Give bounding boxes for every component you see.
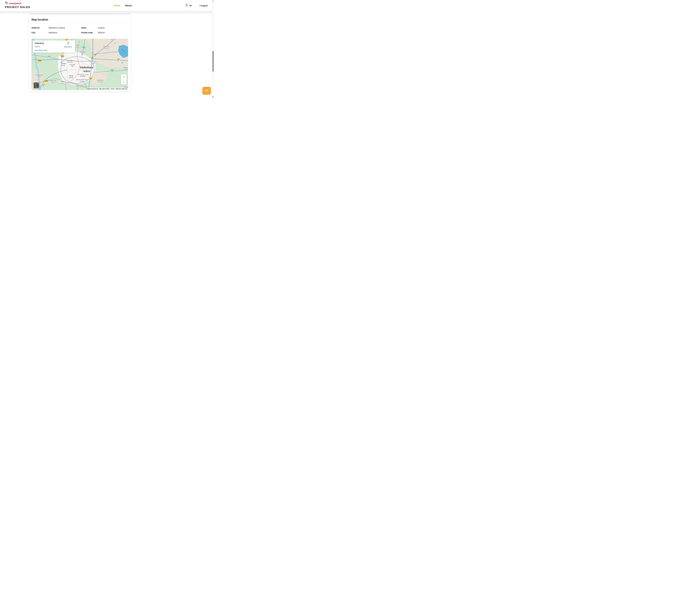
map-location-card: Map location Address Vadodara, Gujarat S…	[29, 15, 131, 92]
user-menu: Hi / Logout	[185, 0, 207, 11]
nav-link[interactable]: Home	[114, 4, 120, 7]
field-value: Vadodara, Gujarat	[48, 26, 81, 29]
google-logo-letter: o	[77, 85, 79, 87]
google-map-embed[interactable]: VadodaraવડોદરાHARNIહરણીGOTRIગોત્રીMANJAL…	[31, 39, 128, 90]
card-title: Map location	[31, 18, 48, 21]
directions-button[interactable]: Directions	[64, 42, 72, 48]
asianpaints-ap-icon	[5, 1, 8, 5]
header: asianpaints PROJECT SALES HomeAbout Hi /…	[0, 0, 214, 11]
google-logo-letter: g	[80, 85, 81, 87]
zoom-out-button[interactable]: −	[121, 80, 127, 85]
page: asianpaints PROJECT SALES HomeAbout Hi /…	[0, 0, 214, 121]
main-nav: HomeAbout	[114, 0, 132, 11]
address-fields: Address Vadodara, Gujarat State Gujarat …	[31, 26, 128, 34]
scroll-to-top-button[interactable]	[203, 87, 211, 94]
satellite-view-toggle[interactable]	[33, 82, 39, 89]
chevron-up-icon	[205, 89, 208, 92]
brand-logo[interactable]: asianpaints PROJECT SALES	[5, 1, 30, 8]
google-logo-letter: e	[82, 85, 83, 87]
user-edit-icon[interactable]	[185, 3, 189, 8]
previous-card-bottom	[29, 11, 131, 13]
field-label: Address	[31, 26, 48, 29]
attribution-link[interactable]: Terms	[110, 88, 115, 90]
field-label: State	[81, 26, 98, 29]
zoom-in-button[interactable]: +	[121, 74, 127, 80]
field-value: Vadodara	[48, 31, 81, 34]
divider	[31, 23, 128, 24]
logout-link[interactable]: / Logout	[200, 4, 207, 7]
scrollbar-up-arrow-icon[interactable]	[212, 1, 214, 1]
view-larger-map-link[interactable]: View larger map	[35, 49, 47, 51]
field-label: Postal code	[81, 31, 98, 34]
field-label: City	[31, 31, 48, 34]
nav-link[interactable]: About	[125, 4, 132, 7]
map-info-card: Vadodara Gujarat View larger map Directi…	[33, 40, 75, 53]
attribution-link[interactable]: Keyboard shortcuts	[85, 88, 98, 90]
google-logo[interactable]: Google	[76, 85, 83, 87]
google-logo-letter: G	[76, 85, 77, 87]
attribution-link[interactable]: Map data ©2025	[98, 88, 110, 90]
user-greeting: Hi	[189, 4, 191, 7]
scrollbar-thumb[interactable]	[212, 51, 214, 72]
field-value: 390016	[98, 31, 128, 34]
brand-name: asianpaints	[9, 2, 21, 5]
vertical-scrollbar[interactable]	[212, 0, 214, 100]
brand-subtitle: PROJECT SALES	[5, 6, 30, 8]
directions-label: Directions	[64, 46, 72, 48]
map-zoom-control: + −	[121, 74, 127, 85]
info-card-title: Vadodara	[35, 42, 44, 44]
attribution-link[interactable]: Report a map error	[115, 88, 128, 90]
scrollbar-down-arrow-icon[interactable]	[212, 97, 214, 98]
map-attribution: Keyboard shortcutsMap data ©2025TermsRep…	[85, 88, 128, 90]
field-value: Gujarat	[98, 26, 128, 29]
google-logo-letter: o	[79, 85, 80, 87]
info-card-subtitle: Gujarat	[35, 46, 40, 47]
directions-icon	[66, 43, 70, 45]
